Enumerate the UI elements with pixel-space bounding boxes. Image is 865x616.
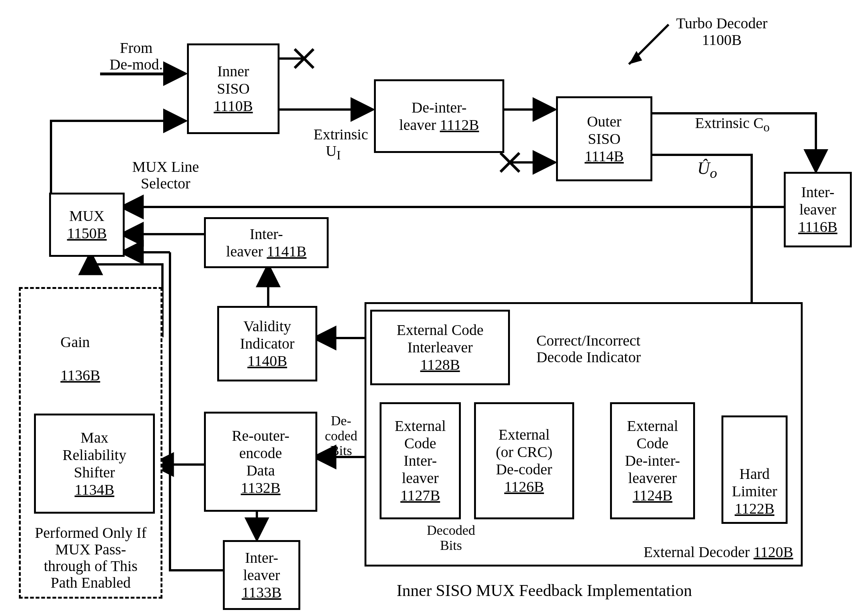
ext-crc-decoder-1126: External (or CRC) De-coder 1126B: [474, 402, 574, 519]
correct-incorrect-label: Correct/Incorrect Decode Indicator: [536, 332, 641, 366]
mux-line-selector-label: MUX Line Selector: [132, 159, 199, 192]
decoded-bits-vertical: De- coded Bits: [325, 413, 357, 459]
inner-siso: Inner SISO 1110B: [187, 44, 280, 134]
mux: MUX 1150B: [49, 193, 125, 257]
svg-line-8: [500, 153, 519, 172]
from-demod-label: From De-mod.: [110, 40, 163, 73]
hard-limiter: Hard Limiter 1122B: [722, 415, 788, 524]
svg-line-9: [500, 153, 519, 172]
deinterleaver: De-inter- leaver 1112B: [374, 79, 504, 153]
re-outer-encode: Re-outer- encode Data 1132B: [204, 412, 317, 512]
interleaver-1133: Inter- leaver 1133B: [223, 540, 300, 610]
svg-line-3: [295, 49, 313, 68]
interleaver-1116: Inter- leaver 1116B: [784, 172, 852, 247]
outer-siso: Outer SISO 1114B: [556, 96, 652, 181]
svg-marker-21: [629, 51, 642, 64]
svg-line-4: [295, 49, 313, 68]
validity-indicator: Validity Indicator 1140B: [217, 306, 317, 382]
dashed-note: Performed Only If MUX Pass- through of T…: [35, 525, 146, 591]
decoded-bits-horizontal: Decoded Bits: [427, 523, 475, 553]
ext-code-deinterleaver-1124: External Code De-inter- leaverer 1124B: [610, 402, 695, 519]
svg-line-20: [629, 25, 668, 64]
external-decoder-label: External Decoder 1120B: [644, 544, 793, 561]
extrinsic-ui-label: Extrinsic UI: [299, 110, 368, 179]
ext-code-interleaver-1127: External Code Inter- leaver 1127B: [380, 402, 461, 519]
gain-label: Gain 1136B: [45, 317, 100, 400]
u-hat-label: Ûo: [680, 140, 717, 200]
interleaver-1141: Inter- leaver 1141B: [204, 217, 329, 268]
max-reliability-shifter: Max Reliability Shifter 1134B: [34, 413, 155, 514]
ext-code-interleaver-1128: External Code Interleaver 1128B: [370, 310, 510, 385]
diagram-stage: Performed Only If MUX Pass- through of T…: [0, 0, 865, 616]
caption: Inner SISO MUX Feedback Implementation: [396, 581, 692, 600]
title-callout: Turbo Decoder 1100B: [676, 15, 767, 48]
